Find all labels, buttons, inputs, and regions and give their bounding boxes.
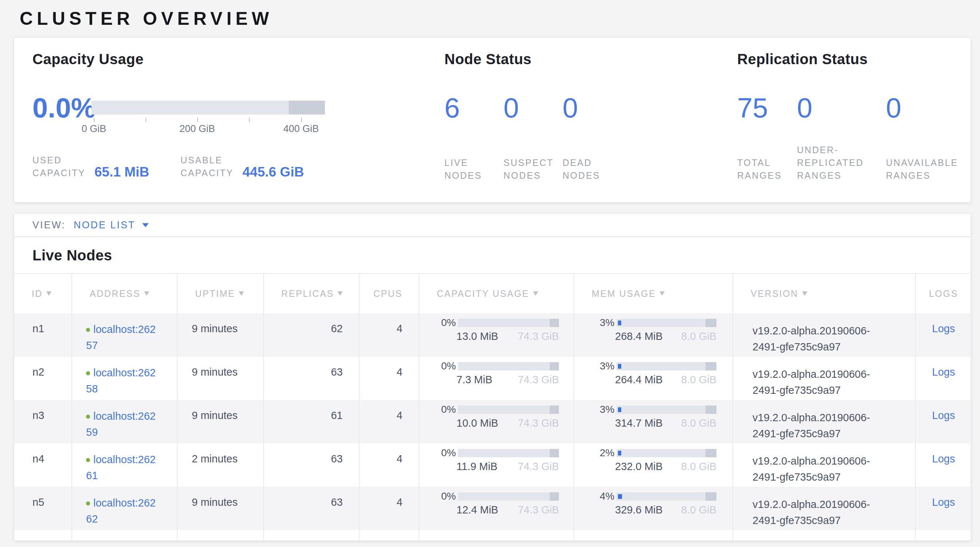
node-address-link[interactable]: localhost:26259	[86, 410, 156, 438]
node-status-values: 6 0 0	[444, 93, 578, 122]
replicas-cell: 61	[264, 400, 360, 444]
table-row: n4 localhost:26261 2 minutes 63 4 0% 11.…	[14, 444, 970, 487]
mem-used-value: 329.6 MiB	[615, 504, 663, 516]
live-nodes-title: Live Nodes	[14, 237, 970, 264]
capacity-bar-track	[92, 101, 325, 114]
version-cell: v19.2.0-alpha.20190606-2491-gfe735c9a97	[733, 487, 916, 530]
mem-percent: 3%	[600, 360, 614, 372]
uptime-cell: 9 minutes	[178, 487, 264, 530]
node-status-title: Node Status	[444, 51, 531, 67]
capacity-used-percent: 0.0%	[32, 93, 95, 122]
capacity-percent: 0%	[441, 447, 456, 459]
capacity-usage-section: Capacity Usage 0.0% 0 GiB 200 GiB 400 Gi…	[32, 38, 433, 202]
cluster-overview-page: CLUSTER OVERVIEW Capacity Usage 0.0% 0 G…	[0, 0, 980, 547]
node-id-cell: n5	[14, 487, 72, 530]
mem-usage-fill	[618, 364, 621, 369]
node-status-labels: LIVE NODES SUSPECT NODES DEAD NODES	[444, 156, 622, 182]
node-id-cell: n3	[14, 400, 72, 444]
column-header-capacity-usage[interactable]: CAPACITY USAGE	[419, 274, 574, 313]
under-replicated-ranges-value: 0	[797, 93, 886, 122]
node-address-link[interactable]: localhost:26257	[86, 323, 156, 351]
column-header-version[interactable]: VERSION	[733, 274, 916, 313]
column-header-logs: LOGS	[916, 274, 971, 313]
node-live-dot-icon	[86, 501, 90, 506]
column-header-label: ADDRESS	[90, 288, 140, 299]
mem-percent: 4%	[600, 490, 614, 502]
cpus-cell: 4	[360, 444, 419, 487]
total-ranges-label: TOTAL RANGES	[737, 156, 792, 182]
summary-card: Capacity Usage 0.0% 0 GiB 200 GiB 400 Gi…	[14, 38, 971, 202]
logs-cell: Logs	[916, 357, 971, 400]
mem-percent: 2%	[600, 447, 614, 459]
column-header-cpus: CPUS	[360, 274, 419, 313]
capacity-reserved-segment	[550, 492, 559, 501]
capacity-total-value: 74.3 GiB	[518, 504, 559, 516]
column-header-address[interactable]: ADDRESS	[72, 274, 178, 313]
replication-values: 75 0 0	[737, 93, 901, 122]
under-replicated-ranges-label: UNDER-REPLICATED RANGES	[797, 144, 872, 182]
replicas-cell: 63	[264, 487, 360, 530]
column-header-mem-usage[interactable]: MEM USAGE	[574, 274, 733, 313]
suspect-nodes-value: 0	[503, 93, 563, 122]
column-header-uptime[interactable]: UPTIME	[178, 274, 264, 313]
mem-reserved-segment	[705, 492, 716, 501]
replicas-cell: 62	[264, 313, 360, 357]
column-header-id[interactable]: ID	[14, 274, 72, 313]
mem-usage-cell: 2% 232.0 MiB 8.0 GiB	[574, 444, 733, 487]
suspect-nodes-label: SUSPECT NODES	[503, 156, 558, 182]
mem-usage-cell: 4% 329.6 MiB 8.0 GiB	[574, 487, 733, 530]
replicas-cell: 63	[264, 357, 360, 400]
mem-percent: 3%	[600, 317, 614, 329]
version-cell: v19.2.0-alpha.20190606-2491-gfe735c9a97	[733, 444, 916, 487]
mem-reserved-segment	[705, 449, 716, 457]
capacity-used-value: 11.9 MiB	[457, 461, 497, 472]
capacity-usage-bar	[458, 362, 559, 370]
node-live-dot-icon	[86, 415, 90, 419]
dead-nodes-value: 0	[563, 93, 578, 122]
mem-used-value: 314.7 MiB	[615, 417, 663, 429]
capacity-usage-bar	[458, 492, 559, 501]
sort-desc-icon	[802, 291, 807, 296]
capacity-percent: 0%	[441, 404, 456, 415]
logs-link[interactable]: Logs	[932, 323, 955, 334]
column-header-label: LOGS	[929, 288, 958, 299]
view-selector[interactable]: NODE LIST	[74, 219, 135, 231]
uptime-cell: 9 minutes	[178, 313, 264, 357]
column-header-label: REPLICAS	[282, 288, 334, 299]
logs-link[interactable]: Logs	[932, 366, 955, 378]
logs-cell: Logs	[916, 487, 971, 530]
capacity-percent: 0%	[441, 317, 456, 329]
sort-desc-icon	[144, 291, 149, 296]
mem-used-value: 268.4 MiB	[615, 331, 663, 342]
column-header-replicas[interactable]: REPLICAS	[264, 274, 360, 313]
capacity-bar: 0 GiB 200 GiB 400 GiB	[92, 101, 325, 114]
mem-usage-bar	[617, 449, 716, 457]
axis-tick	[301, 118, 302, 122]
column-header-label: ID	[32, 288, 43, 299]
capacity-reserved-segment	[550, 319, 559, 327]
capacity-bar-reserved-segment	[289, 101, 325, 114]
mem-used-value: 232.0 MiB	[615, 461, 663, 472]
unavailable-ranges-value: 0	[886, 93, 901, 122]
logs-link[interactable]: Logs	[932, 453, 955, 464]
capacity-usage-title: Capacity Usage	[32, 51, 144, 67]
live-nodes-value: 6	[444, 93, 503, 122]
capacity-total-value: 74.3 GiB	[518, 461, 559, 472]
capacity-details: USED CAPACITY 65.1 MiB USABLE CAPACITY 4…	[32, 154, 304, 180]
column-header-label: CPUS	[373, 288, 402, 299]
total-ranges-value: 75	[737, 93, 797, 122]
axis-tick	[197, 118, 198, 122]
capacity-usage-bar	[458, 405, 559, 414]
node-address-link[interactable]: localhost:26261	[86, 454, 156, 481]
uptime-cell: 9 minutes	[178, 357, 264, 400]
logs-link[interactable]: Logs	[932, 496, 955, 508]
node-address-link[interactable]: localhost:26258	[86, 367, 156, 394]
axis-tick	[145, 118, 146, 122]
node-address-link[interactable]: localhost:26262	[86, 497, 156, 525]
mem-usage-fill	[618, 451, 621, 455]
chevron-down-icon[interactable]	[142, 223, 149, 227]
capacity-reserved-segment	[550, 362, 559, 370]
logs-link[interactable]: Logs	[932, 410, 955, 421]
capacity-usage-cell: 0% 12.4 MiB 74.3 GiB	[419, 487, 574, 530]
capacity-usage-cell: 0% 7.3 MiB 74.3 GiB	[419, 357, 574, 400]
